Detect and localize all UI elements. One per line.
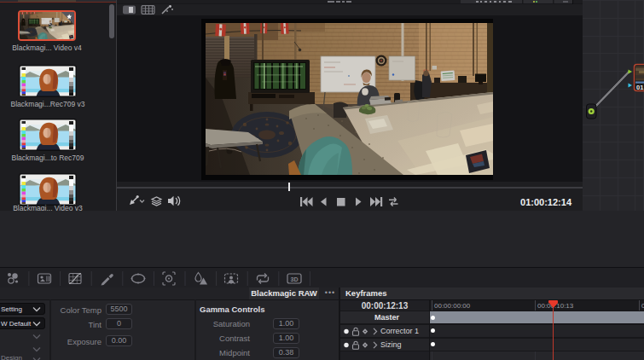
svg-text:01: 01 bbox=[636, 84, 643, 91]
svg-text:3D: 3D bbox=[291, 276, 299, 282]
